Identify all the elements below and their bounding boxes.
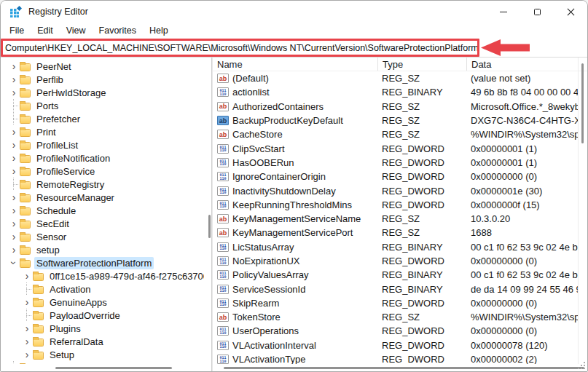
tree-item-perflib[interactable]: ›Perflib — [1, 73, 204, 86]
tree-item-setup[interactable]: ›Setup — [1, 348, 204, 361]
menu-file[interactable]: File — [3, 24, 31, 37]
tree-vertical-scrollbar-thumb[interactable] — [208, 215, 211, 238]
tree-item-remoteregistry[interactable]: RemoteRegistry — [1, 178, 204, 191]
column-header-type[interactable]: Type — [377, 58, 466, 71]
value-type-cell: REG_DWORD — [377, 199, 466, 210]
chevron-right-icon[interactable]: › — [8, 243, 20, 256]
registry-value-row[interactable]: 011 110KeepRunningThresholdMinsREG_DWORD… — [213, 198, 578, 212]
registry-value-row[interactable]: 011 110actionlistREG_BINARY49 6b 8b f8 0… — [213, 85, 578, 99]
menu-edit[interactable]: Edit — [31, 24, 60, 37]
tree-item-schedule[interactable]: ›Schedule — [1, 204, 204, 217]
tree-item-perhwidstorage[interactable]: ›PerHwIdStorage — [1, 86, 204, 99]
registry-value-row[interactable]: 011 110VLActivationIntervalREG_DWORD0x00… — [213, 339, 578, 352]
tree-item[interactable] — [1, 361, 204, 364]
registry-value-row[interactable]: 011 110NoExpirationUXREG_DWORD0x00000000… — [213, 254, 578, 268]
value-name: VLActivationType — [232, 354, 305, 364]
resize-grip[interactable] — [578, 362, 585, 369]
chevron-right-icon[interactable]: › — [8, 73, 20, 86]
registry-value-row[interactable]: 011 110ServiceSessionIdREG_BINARYde da 1… — [213, 282, 578, 296]
registry-value-row[interactable]: 011 110LicStatusArrayREG_BINARY00 c1 f0 … — [213, 240, 578, 254]
chevron-right-icon[interactable]: › — [8, 230, 20, 243]
chevron-right-icon[interactable]: › — [21, 269, 33, 282]
registry-value-row[interactable]: 011 110HasOOBERunREG_DWORD0x00000001 (1) — [213, 156, 578, 170]
tree-item-sensor[interactable]: ›Sensor — [1, 230, 204, 243]
address-bar-container: Computer\HKEY_LOCAL_MACHINE\SOFTWARE\Mic… — [1, 39, 587, 57]
maximize-button[interactable] — [520, 1, 554, 23]
tree-item-activation[interactable]: Activation — [1, 282, 204, 296]
registry-value-row[interactable]: abCacheStoreREG_SZ%WINDIR%\System32\spp\ — [213, 127, 578, 141]
close-button[interactable] — [554, 1, 587, 23]
chevron-right-icon[interactable]: › — [8, 138, 20, 151]
chevron-right-icon[interactable]: › — [21, 335, 33, 348]
chevron-right-icon[interactable]: › — [21, 296, 33, 309]
chevron-right-icon[interactable]: › — [8, 151, 20, 165]
tree-item-profilenotification[interactable]: ›ProfileNotification — [1, 151, 204, 165]
registry-value-row[interactable]: 011 110PolicyValuesArrayREG_BINARY00 c1 … — [213, 268, 578, 282]
value-name-cell: ab(Default) — [213, 73, 377, 84]
folder-icon — [20, 90, 31, 98]
chevron-right-icon[interactable]: › — [8, 204, 20, 217]
column-header-data[interactable]: Data — [466, 58, 587, 71]
folder-icon — [33, 286, 44, 294]
minimize-button[interactable] — [487, 1, 520, 23]
value-type-cell: REG_SZ — [377, 115, 466, 126]
value-name-cell: abTokenStore — [213, 312, 377, 322]
menu-view[interactable]: View — [60, 24, 93, 37]
tree-item-0ff1ce15-a989-479d-af46-f275c637064[interactable]: ›0ff1ce15-a989-479d-af46-f275c637064 — [1, 269, 204, 282]
list-vertical-scrollbar-thumb[interactable] — [581, 63, 584, 143]
tree-item-setup[interactable]: ›setup — [1, 243, 204, 256]
tree-item-profileservice[interactable]: ›ProfileService — [1, 165, 204, 178]
tree-item-resourcemanager[interactable]: ›ResourceManager — [1, 191, 204, 204]
registry-value-row[interactable]: abKeyManagementServicePortREG_SZ1688 — [213, 226, 578, 240]
chevron-right-icon[interactable]: › — [8, 191, 20, 204]
value-name: InactivityShutdownDelay — [232, 186, 336, 197]
value-name-cell: abCacheStore — [213, 129, 377, 140]
value-name-cell: 011 110ServiceSessionId — [213, 284, 377, 295]
list-header: NameTypeData — [213, 58, 587, 71]
value-type-cell: REG_BINARY — [377, 87, 466, 98]
chevron-right-icon[interactable]: › — [8, 165, 20, 178]
registry-value-row[interactable]: 011 110ClipSvcStartREG_DWORD0x00000001 (… — [213, 141, 578, 155]
tree-item-softwareprotectionplatform[interactable]: ›SoftwareProtectionPlatform — [1, 256, 204, 269]
tree-item-referraldata[interactable]: ›ReferralData — [1, 335, 204, 348]
column-header-name[interactable]: Name — [213, 58, 377, 71]
chevron-right-icon[interactable]: › — [8, 86, 20, 99]
registry-value-row[interactable]: 011 110VLActivationTypeREG_DWORD0x000000… — [213, 352, 578, 364]
menu-help[interactable]: Help — [143, 24, 175, 37]
registry-value-row[interactable]: abKeyManagementServiceNameREG_SZ10.3.0.2… — [213, 212, 578, 226]
tree-horizontal-scrollbar-thumb[interactable] — [55, 367, 172, 369]
chevron-right-icon[interactable]: › — [8, 60, 20, 73]
registry-value-row[interactable]: 011 110SkipRearmREG_DWORD0x00000000 (0) — [213, 296, 578, 310]
registry-value-row[interactable]: abTokenStoreREG_SZ%WINDIR%\System32\spp\ — [213, 310, 578, 324]
chevron-right-icon[interactable]: › — [8, 125, 20, 138]
registry-value-row[interactable]: abBackupProductKeyDefaultREG_SZDXG7C-N36… — [213, 114, 578, 127]
value-name: SkipRearm — [232, 298, 279, 309]
chevron-right-icon[interactable]: › — [21, 322, 33, 335]
menu-favorites[interactable]: Favorites — [93, 24, 143, 37]
tree-item-plugins[interactable]: ›Plugins — [1, 322, 204, 335]
list-vertical-scrollbar-track[interactable] — [578, 58, 587, 364]
value-name: (Default) — [232, 73, 269, 84]
registry-value-row[interactable]: 011 110UserOperationsREG_DWORD0x00000000… — [213, 324, 578, 338]
chevron-right-icon[interactable]: › — [21, 348, 33, 361]
registry-value-row[interactable]: 011 110IgnoreContainerOriginREG_DWORD0x0… — [213, 170, 578, 183]
address-bar[interactable]: Computer\HKEY_LOCAL_MACHINE\SOFTWARE\Mic… — [5, 39, 479, 57]
value-type-cell: REG_DWORD — [377, 325, 466, 336]
registry-value-row[interactable]: ab(Default)REG_SZ(value not set) — [213, 71, 578, 85]
tree-item-prefetcher[interactable]: Prefetcher — [1, 112, 204, 125]
chevron-down-icon[interactable]: › — [7, 257, 20, 269]
list-horizontal-scrollbar-thumb[interactable] — [224, 367, 584, 369]
tree-item-print[interactable]: ›Print — [1, 125, 204, 138]
tree-item-payloadoverride[interactable]: PayloadOverride — [1, 309, 204, 322]
tree-item-peernet[interactable]: ›PeerNet — [1, 60, 204, 73]
value-data-cell: 10.3.0.20 — [466, 213, 578, 224]
folder-icon — [33, 312, 44, 320]
tree-item-profilelist[interactable]: ›ProfileList — [1, 138, 204, 151]
tree-item-ports[interactable]: Ports — [1, 99, 204, 112]
tree-item-genuineapps[interactable]: ›GenuineApps — [1, 296, 204, 309]
value-name-cell: 011 110actionlist — [213, 87, 377, 98]
chevron-right-icon[interactable]: › — [8, 217, 20, 230]
tree-item-secedit[interactable]: ›SecEdit — [1, 217, 204, 230]
registry-value-row[interactable]: abAuthorizedContainersREG_SZMicrosoft.Of… — [213, 100, 578, 114]
registry-value-row[interactable]: 011 110InactivityShutdownDelayREG_DWORD0… — [213, 183, 578, 197]
